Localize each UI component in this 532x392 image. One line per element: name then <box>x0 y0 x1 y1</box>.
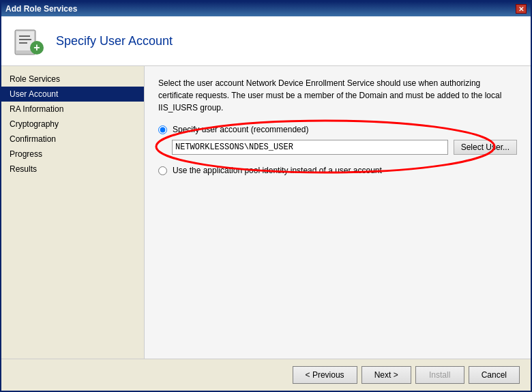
specify-user-radio[interactable] <box>158 125 167 134</box>
option2-row: Use the application pool identity instea… <box>158 166 517 175</box>
svg-rect-5 <box>19 39 31 40</box>
sidebar-item-results[interactable]: Results <box>1 162 144 177</box>
sidebar-item-user-account[interactable]: User Account <box>1 87 144 102</box>
page-title: Specify User Account <box>56 34 173 48</box>
previous-button[interactable]: < Previous <box>293 366 357 384</box>
option1-label[interactable]: Specify user account (recommended) <box>173 125 308 134</box>
header-section: + Specify User Account <box>1 16 531 66</box>
close-button[interactable]: ✕ <box>516 4 527 14</box>
sidebar-item-cryptography[interactable]: Cryptography <box>1 117 144 132</box>
sidebar-item-confirmation[interactable]: Confirmation <box>1 132 144 147</box>
sidebar-item-ra-information[interactable]: RA Information <box>1 102 144 117</box>
window-title: Add Role Services <box>5 4 77 14</box>
input-row: Select User... <box>172 140 517 155</box>
cancel-button[interactable]: Cancel <box>469 366 520 384</box>
main-content: Role Services User Account RA Informatio… <box>1 66 531 359</box>
svg-rect-6 <box>19 42 27 44</box>
title-bar: Add Role Services ✕ <box>1 1 531 16</box>
svg-rect-4 <box>19 35 30 37</box>
svg-text:+: + <box>33 42 40 53</box>
user-account-input[interactable] <box>172 140 448 155</box>
next-button[interactable]: Next > <box>361 366 411 384</box>
main-window: Add Role Services ✕ + Specify User Accou… <box>0 0 532 392</box>
description-text: Select the user account Network Device E… <box>158 77 517 114</box>
app-pool-identity-radio[interactable] <box>158 166 167 175</box>
sidebar-item-progress[interactable]: Progress <box>1 147 144 162</box>
sidebar-item-role-services[interactable]: Role Services <box>1 72 144 87</box>
sidebar: Role Services User Account RA Informatio… <box>1 66 145 359</box>
content-area: Select the user account Network Device E… <box>145 66 531 359</box>
option2-label[interactable]: Use the application pool identity instea… <box>173 166 382 175</box>
options-container: Specify user account (recommended) Selec… <box>158 125 517 175</box>
wizard-icon: + <box>12 25 45 57</box>
option1-block: Specify user account (recommended) Selec… <box>158 125 517 155</box>
footer: < Previous Next > Install Cancel <box>1 359 531 391</box>
option1-row: Specify user account (recommended) <box>158 125 517 134</box>
install-button[interactable]: Install <box>415 366 464 384</box>
title-bar-left: Add Role Services <box>5 4 77 14</box>
select-user-button[interactable]: Select User... <box>454 140 517 155</box>
